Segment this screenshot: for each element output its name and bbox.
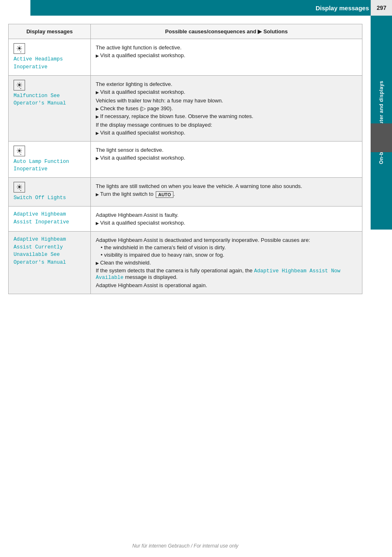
causes-cell: The exterior lighting is defective.Visit… (91, 75, 362, 141)
cause-arrow: Check the fuses (▷ page 390). (96, 105, 357, 111)
col-causes-header-text: Possible causes/consequences and ▶ Solut… (165, 28, 288, 35)
col-display-header: Display messages (9, 24, 91, 39)
inline-highlight: Adaptive Highbeam Assist Now Available (96, 268, 340, 281)
display-label: Adaptive Highbeam Assist Inoperative (14, 211, 85, 226)
side-tab: On-board computer and displays (371, 16, 392, 230)
col-causes-header: Possible causes/consequences and ▶ Solut… (91, 24, 362, 39)
table-row: ☀̣Switch Off LightsThe lights are still … (9, 178, 362, 207)
lamp-icon: ☀̣ (14, 80, 25, 91)
cause-item: Visit a qualified specialist workshop. (96, 155, 357, 161)
causes-cell: The light sensor is defective.Visit a qu… (91, 141, 362, 178)
cause-arrow: Clean the windshield. (96, 260, 357, 266)
main-table: Display messages Possible causes/consequ… (8, 24, 362, 294)
display-cell: ☀̣Malfunction See Operator's Manual (9, 75, 91, 141)
cause-text: The exterior lighting is defective. (96, 81, 357, 87)
cause-text: Adaptive Highbeam Assist is deactivated … (96, 237, 357, 243)
causes-cell: Adaptive Highbeam Assist is faulty.Visit… (91, 206, 362, 231)
display-label: Adaptive Highbeam Assist Currently Unava… (14, 236, 85, 267)
lamp-icon: ☀̣ (14, 146, 25, 156)
table-row: ☀̣Malfunction See Operator's ManualThe e… (9, 75, 362, 141)
cause-arrow: Turn the light switch to AUTO. (96, 191, 357, 198)
display-label: Malfunction See Operator's Manual (14, 92, 85, 108)
header-bar: Display messages (30, 0, 392, 16)
display-label: Switch Off Lights (14, 194, 85, 202)
cause-item: Visit a qualified specialist workshop. (96, 52, 357, 58)
cause-text: The lights are still switched on when yo… (96, 183, 357, 189)
footer-text: Nur für internen Gebrauch / For internal… (132, 543, 238, 549)
causes-cell: The active light function is defective.V… (91, 39, 362, 76)
auto-box: AUTO (156, 191, 173, 198)
lamp-icon: ☀̣ (14, 43, 25, 54)
cause-text: Vehicles with trailer tow hitch: a fuse … (96, 97, 357, 104)
display-cell: Adaptive Highbeam Assist Currently Unava… (9, 231, 91, 294)
table-row: Adaptive Highbeam Assist InoperativeAdap… (9, 206, 362, 231)
main-content: Display messages Possible causes/consequ… (0, 16, 371, 319)
cause-text: If the system detects that the camera is… (96, 267, 357, 281)
table-row: Adaptive Highbeam Assist Currently Unava… (9, 231, 362, 294)
table-row: ☀̣Active Headlamps InoperativeThe active… (9, 39, 362, 76)
cause-bullet: • the windshield in the camera's field o… (101, 244, 357, 251)
footer: Nur für internen Gebrauch / For internal… (0, 543, 371, 549)
cause-arrow: Visit a qualified specialist workshop. (96, 130, 357, 136)
causes-cell: Adaptive Highbeam Assist is deactivated … (91, 231, 362, 294)
display-cell: ☀̣Switch Off Lights (9, 178, 91, 207)
causes-cell: The lights are still switched on when yo… (91, 178, 362, 207)
cause-arrow: If necessary, replace the blown fuse. Ob… (96, 113, 357, 119)
cause-bullet: • visibility is impaired due to heavy ra… (101, 252, 357, 258)
table-row: ☀̣Auto Lamp Function InoperativeThe ligh… (9, 141, 362, 178)
display-cell: ☀̣Active Headlamps Inoperative (9, 39, 91, 76)
display-cell: Adaptive Highbeam Assist Inoperative (9, 206, 91, 231)
display-label: Active Headlamps Inoperative (14, 56, 85, 71)
page-number: 297 (371, 0, 392, 16)
display-label: Auto Lamp Function Inoperative (14, 158, 85, 174)
cause-item: The light sensor is defective. (96, 147, 357, 153)
side-accent (371, 123, 392, 152)
display-cell: ☀̣Auto Lamp Function Inoperative (9, 141, 91, 178)
cause-item: Adaptive Highbeam Assist is faulty. (96, 212, 357, 218)
lamp-icon: ☀̣ (14, 182, 25, 193)
cause-item: The active light function is defective. (96, 44, 357, 51)
header-title: Display messages (316, 5, 369, 12)
cause-arrow: Visit a qualified specialist workshop. (96, 89, 357, 95)
cause-item: Visit a qualified specialist workshop. (96, 220, 357, 226)
cause-text: If the display message continues to be d… (96, 122, 357, 128)
cause-text: Adaptive Highbeam Assist is operational … (96, 282, 357, 288)
